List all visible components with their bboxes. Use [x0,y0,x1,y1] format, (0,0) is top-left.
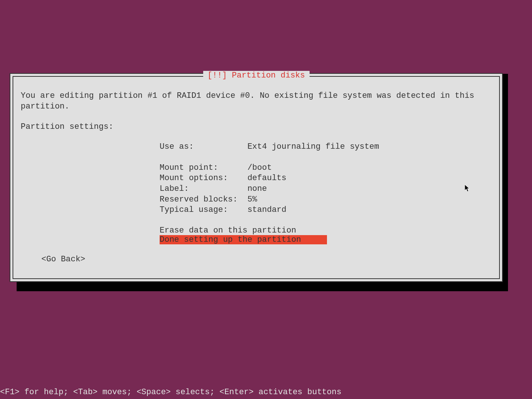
setting-label: Typical usage: [160,205,228,214]
partition-dialog: [!!] Partition disks You are editing par… [10,73,503,282]
setting-reserved-blocks[interactable]: Reserved blocks: 5% [160,195,492,205]
dialog-content: You are editing partition #1 of RAID1 de… [13,77,499,271]
setting-value: Ext4 journaling file system [248,142,379,151]
dialog-inner-frame: [!!] Partition disks You are editing par… [13,76,500,279]
setting-use-as[interactable]: Use as: Ext4 journaling file system [160,142,492,152]
blank-row [160,152,492,163]
setting-value: /boot [248,163,272,172]
setting-value: standard [248,205,287,214]
setting-label: Label: [160,184,189,193]
help-bar: <F1> for help; <Tab> moves; <Space> sele… [0,385,532,399]
setting-label: Use as: [160,142,194,151]
intro-text: You are editing partition #1 of RAID1 de… [21,91,492,112]
section-heading: Partition settings: [21,122,492,131]
setting-label: Reserved blocks: [160,195,238,204]
setting-typical-usage[interactable]: Typical usage: standard [160,205,492,216]
setting-label: Mount options: [160,173,228,183]
settings-block: Use as: Ext4 journaling file system Moun… [160,142,492,244]
setting-mount-options[interactable]: Mount options: defaults [160,173,492,184]
setting-mount-point[interactable]: Mount point: /boot [160,163,492,173]
setting-value: 5% [248,195,257,204]
dialog-title: [!!] Partition disks [203,71,309,80]
setting-value: none [248,184,267,193]
setting-label[interactable]: Label: none [160,184,492,195]
go-back-button[interactable]: <Go Back> [41,255,492,264]
setting-value: defaults [248,173,287,183]
setting-label: Mount point: [160,163,218,172]
done-setting-up-action[interactable]: Done setting up the partition [160,235,327,244]
action-menu: Erase data on this partition Done settin… [160,226,492,244]
erase-data-action[interactable]: Erase data on this partition [160,226,296,235]
